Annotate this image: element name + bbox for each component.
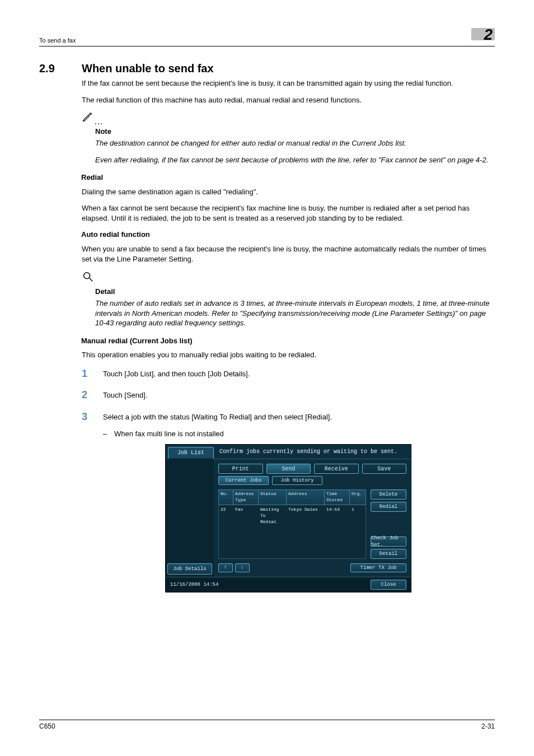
cell-address: Tokyo Sales [287, 505, 325, 526]
subtab-current-jobs[interactable]: Current Jobs [218, 476, 269, 485]
section-number: 2.9 [39, 62, 68, 75]
redial-paragraph-1: Dialing the same destination again is ca… [82, 187, 495, 197]
device-screenshot: Job List Confirm jobs currently sending … [165, 444, 411, 592]
step-3-sub-text: When fax multi line is not installed [114, 429, 224, 439]
cell-type: Fax [233, 505, 259, 526]
cell-time: 14:53 [325, 505, 350, 526]
step-number-2: 2 [82, 388, 93, 402]
job-list-tab[interactable]: Job List [168, 447, 214, 459]
delete-button[interactable]: Delete [371, 489, 406, 500]
magnifier-icon [82, 276, 94, 284]
col-address: Address [287, 490, 325, 505]
arrow-up-icon: ↑ [224, 564, 227, 572]
header-rule [39, 46, 495, 46]
note-block: … Note The destination cannot be changed… [82, 111, 495, 165]
jobs-table: No. Address Type Status Address Time Sto… [218, 489, 366, 559]
job-details-button[interactable]: Job Details [167, 563, 212, 575]
step-3-text: Select a job with the status [Waiting To… [103, 410, 332, 423]
arrow-down-icon: ↓ [241, 564, 244, 572]
auto-redial-heading: Auto redial function [81, 230, 495, 240]
footer-left: C650 [39, 722, 55, 730]
timer-tx-job-button[interactable]: Timer TX Job [350, 563, 406, 572]
chapter-badge: 2 [471, 27, 495, 44]
footer-timestamp: 11/16/2006 14:54 [170, 581, 218, 588]
cell-no: 22 [219, 505, 233, 526]
tab-save[interactable]: Save [362, 464, 407, 474]
manual-redial-paragraph: This operation enables you to manually r… [82, 350, 495, 360]
col-org: Org. [350, 490, 366, 505]
detail-label: Detail [95, 287, 495, 297]
footer-rule [39, 720, 495, 720]
note-text-1: The destination cannot be changed for ei… [95, 138, 495, 148]
col-status: Status [259, 490, 287, 505]
cell-status: Waiting To Redial [259, 505, 287, 526]
svg-point-0 [84, 273, 90, 279]
note-dots-icon: … [94, 115, 104, 128]
manual-redial-heading: Manual redial (Current Jobs list) [81, 336, 495, 346]
svg-line-1 [90, 278, 93, 282]
auto-redial-paragraph: When you are unable to send a fax becaus… [82, 244, 495, 264]
pen-icon [82, 111, 93, 125]
arrow-up-button[interactable]: ↑ [218, 563, 233, 572]
step-number-1: 1 [82, 367, 93, 380]
close-button[interactable]: Close [371, 580, 406, 590]
running-header-left: To send a fax [39, 37, 76, 44]
col-time-stored: Time Stored [325, 490, 350, 505]
cell-org: 1 [350, 505, 366, 526]
subtab-job-history[interactable]: Job History [272, 476, 322, 485]
check-job-set-button[interactable]: Check Job Set. [371, 536, 406, 547]
screen-message: Confirm jobs currently sending or waitin… [214, 445, 411, 459]
step-1-text: Touch [Job List], and then touch [Job De… [103, 367, 250, 380]
redial-heading: Redial [81, 172, 495, 183]
arrow-down-button[interactable]: ↓ [235, 563, 250, 572]
detail-block: Detail The number of auto redials set in… [82, 270, 495, 328]
table-row[interactable]: 22 Fax Waiting To Redial Tokyo Sales 14:… [219, 505, 366, 526]
redial-paragraph-2: When a fax cannot be sent because the re… [82, 203, 495, 223]
redial-button[interactable]: Redial [371, 502, 406, 512]
step-number-3: 3 [82, 410, 93, 423]
footer-right: 2-31 [481, 722, 495, 730]
step-2-text: Touch [Send]. [103, 388, 148, 402]
note-text-2: Even after redialing, if the fax cannot … [95, 155, 495, 165]
detail-text: The number of auto redials set in advanc… [95, 298, 495, 328]
detail-button[interactable]: Detail [371, 549, 406, 559]
intro-paragraph-1: If the fax cannot be sent because the re… [82, 78, 495, 88]
tab-send[interactable]: Send [266, 464, 311, 474]
note-label: Note [95, 127, 495, 137]
section-title: When unable to send fax [82, 62, 214, 75]
bullet-dash: – [103, 429, 109, 439]
col-address-type: Address Type [233, 490, 259, 505]
chapter-number: 2 [484, 26, 493, 44]
intro-paragraph-2: The redial function of this machine has … [82, 95, 495, 105]
col-no: No. [219, 490, 233, 505]
tab-receive[interactable]: Receive [314, 464, 359, 474]
tab-print[interactable]: Print [218, 464, 263, 474]
